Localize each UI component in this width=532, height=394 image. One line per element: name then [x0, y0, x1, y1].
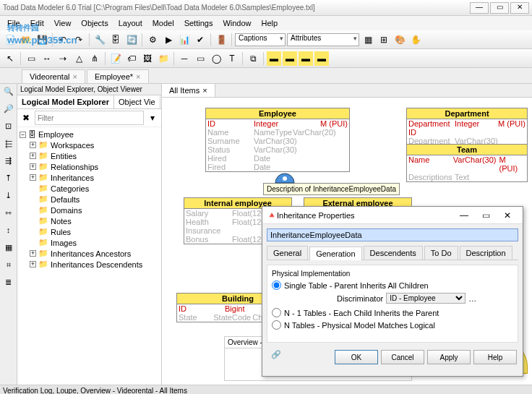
align-left-icon[interactable]: ⬱: [2, 139, 15, 152]
close-icon[interactable]: ×: [136, 72, 140, 81]
close-icon[interactable]: ×: [72, 72, 77, 81]
collapse-icon[interactable]: −: [20, 132, 26, 138]
tree-node[interactable]: Rules: [51, 228, 71, 236]
check-icon[interactable]: ✔: [193, 33, 207, 47]
menu-layout[interactable]: Layout: [114, 17, 147, 29]
expand-icon[interactable]: +: [30, 250, 36, 257]
tree-node[interactable]: Domains: [51, 206, 82, 215]
tree-node[interactable]: Inheritances: [51, 174, 94, 182]
maximize-button[interactable]: ▭: [475, 210, 497, 220]
fit-icon[interactable]: ⊡: [2, 121, 15, 134]
tab-general[interactable]: General: [267, 246, 308, 260]
grid-icon[interactable]: ▦: [2, 243, 15, 256]
tab-description[interactable]: Description: [460, 246, 512, 260]
maximize-button[interactable]: ▭: [490, 2, 509, 14]
report-icon[interactable]: 📊: [177, 33, 192, 47]
tab-logical-explorer[interactable]: Logical Model Explorer: [17, 95, 114, 108]
y3-icon[interactable]: ▬: [299, 51, 313, 66]
line-icon[interactable]: ─: [177, 51, 192, 66]
category-icon[interactable]: 📁: [156, 51, 171, 66]
gen-icon[interactable]: ⚙: [145, 33, 160, 47]
group-icon[interactable]: ⧉: [246, 51, 260, 66]
discriminator-select[interactable]: ID - Employee: [386, 293, 466, 304]
menu-settings[interactable]: Settings: [180, 17, 218, 29]
menu-edit[interactable]: Edit: [26, 17, 48, 29]
open-icon[interactable]: 📂: [19, 33, 33, 47]
run-icon[interactable]: ▶: [161, 33, 176, 47]
zoom-out-icon[interactable]: 🔎: [2, 104, 15, 117]
tab-videorental[interactable]: Videorental×: [22, 69, 85, 83]
tree-node[interactable]: Images: [51, 239, 77, 247]
note-icon[interactable]: 📝: [108, 51, 123, 66]
close-button[interactable]: ✕: [497, 210, 518, 220]
tree-node[interactable]: Notes: [51, 217, 72, 226]
tab-all-items[interactable]: All Items×: [162, 84, 215, 97]
tree-node[interactable]: Inheritances Descendents: [51, 260, 142, 269]
inherit-icon[interactable]: △: [72, 51, 86, 66]
close-icon[interactable]: ×: [202, 86, 207, 95]
y4-icon[interactable]: ▬: [314, 51, 329, 66]
entity-icon[interactable]: ▭: [24, 51, 38, 66]
edit-icon[interactable]: …: [468, 294, 476, 303]
expand-icon[interactable]: +: [30, 153, 36, 159]
text-icon[interactable]: T: [225, 51, 239, 66]
save-icon[interactable]: 💾: [35, 33, 49, 47]
help-button[interactable]: Help: [473, 350, 517, 364]
pan-icon[interactable]: ✋: [408, 33, 423, 47]
menu-model[interactable]: Model: [148, 17, 179, 29]
filter-options-icon[interactable]: ▾: [145, 111, 160, 125]
db-icon[interactable]: 🗄: [108, 33, 123, 47]
relation-icon[interactable]: ↔: [40, 51, 54, 66]
pointer-icon[interactable]: ↖: [3, 51, 17, 66]
sync-icon[interactable]: 🔄: [124, 33, 139, 47]
tree-node[interactable]: Defaults: [51, 195, 80, 204]
model-tree[interactable]: −🗄Employee +📁Workspaces +📁Entities +📁Rel…: [17, 127, 161, 385]
image-icon[interactable]: 🖼: [140, 51, 155, 66]
tab-employee[interactable]: Employee*×: [87, 69, 149, 83]
zoom-in-icon[interactable]: 🔍: [2, 87, 15, 100]
align-right-icon[interactable]: ⇶: [2, 156, 15, 169]
cancel-button[interactable]: Cancel: [381, 350, 424, 364]
dist-h-icon[interactable]: ⇿: [2, 208, 15, 221]
new-icon[interactable]: 📄: [3, 33, 17, 47]
rect-icon[interactable]: ▭: [193, 51, 207, 66]
apply-button[interactable]: Apply: [427, 350, 471, 364]
layout-icon[interactable]: ⊞: [377, 33, 391, 47]
redo-icon[interactable]: ↷: [72, 33, 86, 47]
minimize-button[interactable]: —: [470, 2, 489, 14]
attributes-combo[interactable]: Attributes: [287, 33, 359, 46]
inheritance-name-input[interactable]: [267, 229, 518, 241]
expand-icon[interactable]: +: [30, 142, 36, 148]
tree-node[interactable]: Relationships: [51, 163, 98, 171]
undo-icon[interactable]: ↶: [56, 33, 70, 47]
tab-descendents[interactable]: Descendents: [364, 246, 423, 260]
captions-combo[interactable]: Captions: [235, 33, 286, 46]
link-icon[interactable]: 🔗: [271, 350, 281, 364]
align-bottom-icon[interactable]: ⤓: [2, 191, 15, 204]
tree-node[interactable]: Workspaces: [51, 141, 94, 150]
menu-view[interactable]: View: [50, 17, 76, 29]
filter-input[interactable]: [35, 111, 144, 125]
layer-icon[interactable]: ≣: [2, 278, 15, 291]
menu-file[interactable]: File: [3, 17, 25, 29]
tree-node[interactable]: Entities: [51, 152, 77, 160]
expand-icon[interactable]: +: [30, 174, 36, 181]
grid-icon[interactable]: ▦: [361, 33, 375, 47]
close-button[interactable]: ✕: [510, 2, 529, 14]
menu-objects[interactable]: Objects: [77, 17, 112, 29]
tree-root[interactable]: Employee: [38, 130, 74, 139]
snap-icon[interactable]: ⌗: [2, 260, 15, 273]
tree-node[interactable]: Inheritances Ancestors: [51, 249, 131, 258]
relation2-icon[interactable]: ⇢: [56, 51, 70, 66]
ok-button[interactable]: OK: [335, 350, 378, 364]
menu-help[interactable]: Help: [257, 17, 283, 29]
radio-single-table[interactable]: [272, 280, 281, 290]
y2-icon[interactable]: ▬: [283, 51, 297, 66]
tab-object-viewer[interactable]: Object Vie: [114, 95, 160, 108]
exit-icon[interactable]: 🚪: [214, 33, 228, 47]
align-top-icon[interactable]: ⤒: [2, 174, 15, 187]
clear-filter-icon[interactable]: ✖: [19, 111, 33, 125]
tree-node[interactable]: Categories: [51, 184, 89, 193]
many-icon[interactable]: ⋔: [87, 51, 102, 66]
tab-generation[interactable]: Generation: [309, 247, 361, 260]
